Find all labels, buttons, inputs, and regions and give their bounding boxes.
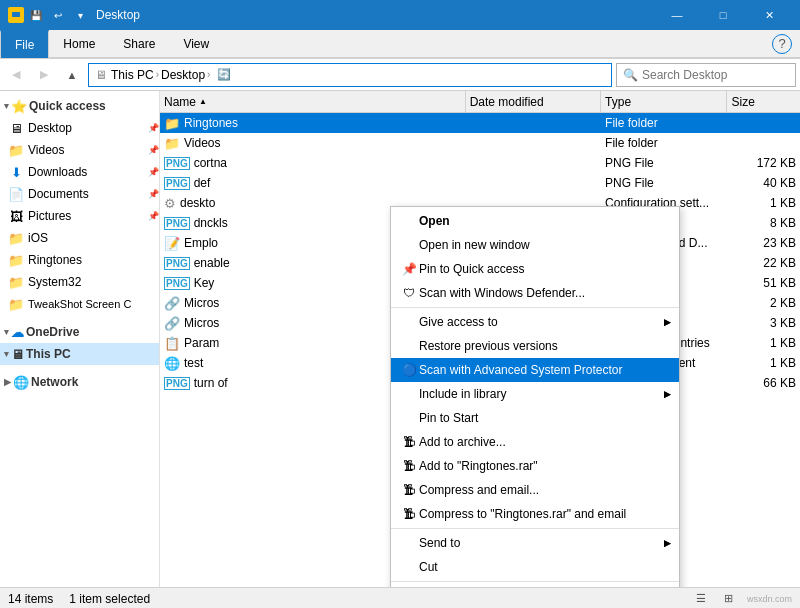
quick-access-label: Quick access	[29, 99, 106, 113]
context-menu-item-compress-ringtones-email[interactable]: 🗜Compress to "Ringtones.rar" and email	[391, 502, 679, 526]
expand-icon: ▾	[4, 349, 9, 359]
forward-button[interactable]: ▶	[32, 63, 56, 87]
file-size: 23 KB	[727, 236, 800, 250]
context-menu-item-include-library[interactable]: Include in library▶	[391, 382, 679, 406]
png-icon: PNG	[164, 177, 190, 190]
file-size: 22 KB	[727, 256, 800, 270]
ctx-item-icon: 📌	[399, 261, 419, 277]
sidebar-item-pictures[interactable]: 🖼 Pictures 📌	[0, 205, 159, 227]
context-menu-item-restore-versions[interactable]: Restore previous versions	[391, 334, 679, 358]
ctx-item-label: Add to "Ringtones.rar"	[419, 459, 671, 473]
up-button[interactable]: ▲	[60, 63, 84, 87]
context-menu-item-open-new-window[interactable]: Open in new window	[391, 233, 679, 257]
ctx-item-icon	[399, 559, 419, 575]
context-menu-item-pin-quick-access[interactable]: 📌Pin to Quick access	[391, 257, 679, 281]
sidebar-item-tweakshot[interactable]: 📁 TweakShot Screen C	[0, 293, 159, 315]
sidebar-item-ringtones[interactable]: 📁 Ringtones	[0, 249, 159, 271]
context-menu-item-compress-email[interactable]: 🗜Compress and email...	[391, 478, 679, 502]
table-row[interactable]: PNGcortna PNG File 172 KB	[160, 153, 800, 173]
network-header[interactable]: ▶ 🌐 Network	[0, 371, 159, 393]
col-header-name[interactable]: Name ▲	[160, 91, 466, 113]
pin-icon: 📌	[148, 145, 159, 155]
address-box[interactable]: 🖥 This PC › Desktop › 🔄	[88, 63, 612, 87]
details-view-button[interactable]: ☰	[691, 589, 711, 609]
col-header-size[interactable]: Size	[727, 91, 800, 113]
undo-button[interactable]: ↩	[48, 5, 68, 25]
search-box[interactable]: 🔍	[616, 63, 796, 87]
file-name: PNGcortna	[160, 156, 466, 170]
ctx-item-icon	[399, 314, 419, 330]
sidebar-item-desktop[interactable]: 🖥 Desktop 📌	[0, 117, 159, 139]
context-menu-item-give-access[interactable]: Give access to▶	[391, 310, 679, 334]
ctx-item-icon	[399, 386, 419, 402]
col-header-date[interactable]: Date modified	[466, 91, 601, 113]
ctx-item-label: Cut	[419, 560, 671, 574]
reg-icon: 📋	[164, 336, 180, 351]
large-icons-button[interactable]: ⊞	[719, 589, 739, 609]
context-menu-item-pin-start[interactable]: Pin to Start	[391, 406, 679, 430]
file-type: File folder	[601, 136, 727, 150]
back-button[interactable]: ◀	[4, 63, 28, 87]
ctx-item-label: Scan with Windows Defender...	[419, 286, 671, 300]
search-icon: 🔍	[623, 68, 638, 82]
file-size: 1 KB	[727, 356, 800, 370]
png-icon: PNG	[164, 277, 190, 290]
context-menu-item-cut[interactable]: Cut	[391, 555, 679, 579]
sidebar-item-downloads[interactable]: ⬇ Downloads 📌	[0, 161, 159, 183]
customize-button[interactable]: ▾	[70, 5, 90, 25]
ctx-item-icon: 🔵	[399, 362, 419, 378]
context-menu-separator	[391, 581, 679, 582]
sidebar-item-system32[interactable]: 📁 System32	[0, 271, 159, 293]
ctx-item-icon: 🗜	[399, 506, 419, 522]
thispc-header[interactable]: ▾ 🖥 This PC	[0, 343, 159, 365]
folder-icon: 📁	[164, 116, 180, 131]
file-size: 2 KB	[727, 296, 800, 310]
close-button[interactable]: ✕	[746, 0, 792, 30]
tab-home[interactable]: Home	[49, 30, 109, 58]
context-menu-item-scan-defender[interactable]: 🛡Scan with Windows Defender...	[391, 281, 679, 305]
file-size: 3 KB	[727, 316, 800, 330]
file-size: 8 KB	[727, 216, 800, 230]
save-button[interactable]: 💾	[26, 5, 46, 25]
lnk-icon: 🔗	[164, 296, 180, 311]
ctx-item-label: Include in library	[419, 387, 664, 401]
sidebar-item-documents[interactable]: 📄 Documents 📌	[0, 183, 159, 205]
sidebar-item-ios[interactable]: 📁 iOS	[0, 227, 159, 249]
context-menu-item-send-to[interactable]: Send to▶	[391, 531, 679, 555]
tab-view[interactable]: View	[169, 30, 223, 58]
context-menu-item-add-archive[interactable]: 🗜Add to archive...	[391, 430, 679, 454]
table-row[interactable]: 📁Ringtones File folder	[160, 113, 800, 133]
maximize-button[interactable]: □	[700, 0, 746, 30]
cfg-icon: ⚙	[164, 196, 176, 211]
file-name: PNGdef	[160, 176, 466, 190]
table-row[interactable]: 📁Videos File folder	[160, 133, 800, 153]
context-menu-item-scan-asp[interactable]: 🔵Scan with Advanced System Protector	[391, 358, 679, 382]
tab-share[interactable]: Share	[109, 30, 169, 58]
file-area: Name ▲ Date modified Type Size 📁Ringtone…	[160, 91, 800, 587]
downloads-icon: ⬇	[8, 164, 24, 180]
tab-file[interactable]: File	[0, 30, 49, 58]
file-type: PNG File	[601, 176, 727, 190]
ctx-item-label: Compress and email...	[419, 483, 671, 497]
ctx-item-label: Pin to Quick access	[419, 262, 671, 276]
context-menu-item-open[interactable]: Open	[391, 209, 679, 233]
sidebar-item-videos[interactable]: 📁 Videos 📌	[0, 139, 159, 161]
onedrive-header[interactable]: ▾ ☁ OneDrive	[0, 321, 159, 343]
refresh-button[interactable]: 🔄	[214, 65, 234, 85]
window-title: Desktop	[96, 8, 140, 22]
png-icon: PNG	[164, 157, 190, 170]
context-menu-item-copy[interactable]: Copy	[391, 584, 679, 587]
breadcrumb-thispc[interactable]: This PC	[111, 68, 154, 82]
help-button[interactable]: ?	[772, 34, 792, 54]
breadcrumb: This PC › Desktop ›	[111, 68, 210, 82]
col-header-type[interactable]: Type	[601, 91, 727, 113]
address-bar: ◀ ▶ ▲ 🖥 This PC › Desktop › 🔄 🔍	[0, 59, 800, 91]
svg-rect-1	[12, 12, 20, 17]
quick-access-header[interactable]: ▾ ⭐ Quick access	[0, 95, 159, 117]
search-input[interactable]	[642, 68, 792, 82]
ctx-item-icon	[399, 410, 419, 426]
minimize-button[interactable]: —	[654, 0, 700, 30]
table-row[interactable]: PNGdef PNG File 40 KB	[160, 173, 800, 193]
breadcrumb-desktop[interactable]: Desktop	[161, 68, 205, 82]
context-menu-item-add-ringtones-rar[interactable]: 🗜Add to "Ringtones.rar"	[391, 454, 679, 478]
